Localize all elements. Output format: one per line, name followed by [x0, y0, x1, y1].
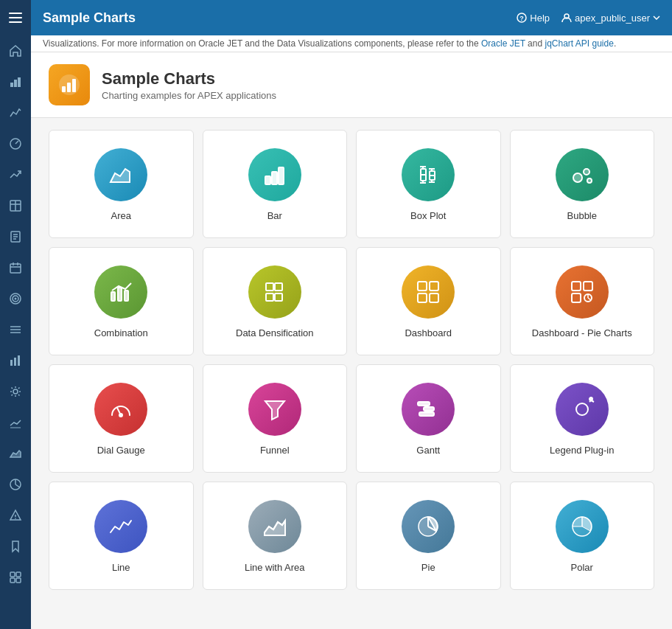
chart-icon-funnel: [248, 383, 301, 436]
sidebar-list[interactable]: [0, 314, 31, 345]
svg-rect-62: [125, 291, 128, 301]
chart-label-dashboard-pie: Dashboard - Pie Charts: [532, 327, 632, 340]
chart-card-dial[interactable]: Dial Gauge: [49, 364, 194, 473]
chart-icon-legend: [556, 383, 609, 436]
chart-card-densification[interactable]: Data Densification: [203, 247, 348, 355]
page-title-block: Sample Charts Charting examples for APEX…: [102, 69, 276, 101]
sidebar-trend[interactable]: [0, 407, 31, 438]
svg-rect-26: [18, 355, 20, 366]
chart-card-legend[interactable]: Legend Plug-in: [510, 364, 655, 473]
svg-rect-14: [10, 264, 21, 273]
chart-label-boxplot: Box Plot: [410, 210, 446, 223]
chart-card-bubble[interactable]: Bubble: [510, 130, 655, 238]
chart-label-dial: Dial Gauge: [97, 445, 145, 457]
sidebar-settings[interactable]: [0, 376, 31, 407]
sidebar-metrics[interactable]: [0, 345, 31, 376]
chart-icon-densification: [248, 265, 301, 319]
chart-icon-line: [94, 500, 147, 553]
svg-rect-3: [10, 83, 13, 87]
svg-rect-44: [279, 167, 284, 184]
chart-card-boxplot[interactable]: Box Plot: [356, 130, 501, 238]
svg-point-30: [15, 518, 16, 519]
help-label: Help: [530, 13, 550, 24]
svg-point-79: [576, 403, 588, 415]
chart-card-bar[interactable]: Bar: [203, 130, 348, 238]
svg-point-59: [587, 178, 592, 183]
svg-rect-77: [424, 407, 434, 411]
svg-rect-1: [9, 17, 22, 18]
chart-label-polar: Polar: [571, 562, 593, 574]
chart-grid: AreaBarBox PlotBubbleCombinationData Den…: [49, 130, 654, 590]
svg-rect-60: [111, 292, 115, 301]
sidebar-pie[interactable]: [0, 469, 31, 500]
jqchart-link[interactable]: jqChart API guide: [545, 38, 613, 49]
chart-label-line: Line: [112, 562, 130, 574]
svg-rect-73: [572, 293, 581, 302]
sidebar-bookmark[interactable]: [0, 531, 31, 562]
chart-label-gantt: Gantt: [416, 445, 440, 457]
svg-rect-40: [67, 83, 71, 92]
chart-label-area: Area: [111, 210, 131, 223]
svg-rect-70: [430, 293, 438, 302]
hamburger-menu[interactable]: [0, 0, 31, 35]
chart-icon-polar: [556, 500, 609, 553]
chart-icon-dashboard: [402, 265, 455, 319]
chart-card-line-area[interactable]: Line with Area: [203, 482, 348, 590]
svg-point-27: [13, 389, 18, 394]
svg-rect-71: [572, 282, 581, 291]
sidebar-table[interactable]: [0, 190, 31, 221]
sidebar-calendar[interactable]: [0, 252, 31, 283]
svg-rect-39: [62, 86, 66, 92]
oracle-jet-link[interactable]: Oracle JET: [481, 38, 525, 49]
svg-rect-4: [14, 80, 17, 87]
chart-label-combination: Combination: [94, 327, 148, 340]
sidebar-alert[interactable]: [0, 500, 31, 531]
chart-card-area[interactable]: Area: [49, 130, 194, 238]
svg-point-20: [15, 298, 17, 300]
sidebar-reports[interactable]: [0, 221, 31, 252]
content-area: AreaBarBox PlotBubbleCombinationData Den…: [31, 118, 672, 629]
chart-card-line[interactable]: Line: [49, 482, 194, 590]
chart-card-pie[interactable]: Pie: [356, 482, 501, 590]
chart-label-legend: Legend Plug-in: [550, 445, 614, 457]
page-icon: [49, 64, 90, 105]
sidebar-data[interactable]: [0, 562, 31, 593]
info-bar: Visualizations. For more information on …: [31, 35, 672, 52]
chart-label-bubble: Bubble: [567, 210, 597, 223]
chart-icon-dashboard-pie: [556, 265, 609, 319]
svg-rect-63: [266, 283, 273, 291]
sidebar-analytics[interactable]: [0, 97, 31, 128]
chart-label-pie: Pie: [421, 562, 435, 574]
chart-icon-bar: [248, 148, 301, 201]
topbar-right: ? Help apex_public_user: [517, 13, 660, 24]
svg-rect-34: [16, 578, 21, 583]
chart-icon-combination: [94, 265, 147, 319]
svg-point-75: [119, 414, 122, 417]
svg-rect-61: [118, 288, 122, 301]
sidebar-home[interactable]: [0, 35, 31, 66]
user-label: apex_public_user: [575, 13, 650, 24]
chart-label-dashboard: Dashboard: [405, 327, 452, 340]
svg-rect-76: [418, 402, 430, 406]
chart-card-dashboard[interactable]: Dashboard: [356, 247, 501, 355]
sidebar-trending[interactable]: [0, 159, 31, 190]
user-menu[interactable]: apex_public_user: [561, 13, 660, 24]
sidebar-gauge[interactable]: [0, 128, 31, 159]
chart-card-combination[interactable]: Combination: [49, 247, 194, 355]
sidebar-bar-chart[interactable]: [0, 66, 31, 97]
topbar: Sample Charts ? Help apex_public_user: [31, 0, 672, 35]
page-title: Sample Charts: [102, 69, 276, 88]
svg-rect-33: [10, 578, 15, 583]
svg-point-57: [573, 173, 582, 182]
sidebar-area[interactable]: [0, 438, 31, 469]
chart-card-funnel[interactable]: Funnel: [203, 364, 348, 473]
chart-card-gantt[interactable]: Gantt: [356, 364, 501, 473]
sidebar-target[interactable]: [0, 283, 31, 314]
chart-icon-area: [94, 148, 147, 201]
chart-card-polar[interactable]: Polar: [510, 482, 655, 590]
chart-icon-boxplot: [402, 148, 455, 201]
svg-rect-43: [272, 172, 277, 184]
page-subtitle: Charting examples for APEX applications: [102, 90, 276, 101]
chart-card-dashboard-pie[interactable]: Dashboard - Pie Charts: [510, 247, 655, 355]
help-button[interactable]: ? Help: [517, 13, 550, 24]
